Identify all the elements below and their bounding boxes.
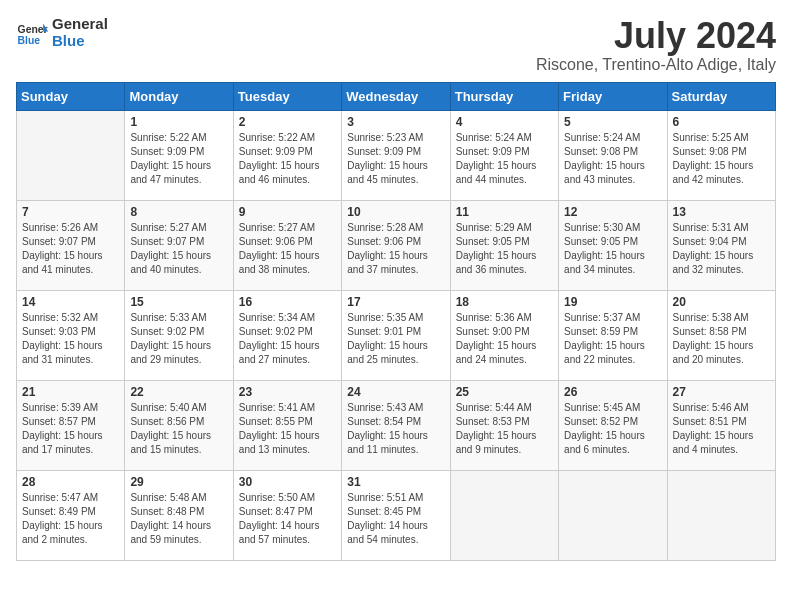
day-number: 13: [673, 205, 770, 219]
weekday-header-tuesday: Tuesday: [233, 82, 341, 110]
day-info: Sunrise: 5:22 AMSunset: 9:09 PMDaylight:…: [239, 131, 336, 187]
day-number: 7: [22, 205, 119, 219]
calendar-cell: 31Sunrise: 5:51 AMSunset: 8:45 PMDayligh…: [342, 470, 450, 560]
calendar-cell: 18Sunrise: 5:36 AMSunset: 9:00 PMDayligh…: [450, 290, 558, 380]
calendar-cell: [450, 470, 558, 560]
day-info: Sunrise: 5:27 AMSunset: 9:06 PMDaylight:…: [239, 221, 336, 277]
calendar-table: SundayMondayTuesdayWednesdayThursdayFrid…: [16, 82, 776, 561]
day-info: Sunrise: 5:32 AMSunset: 9:03 PMDaylight:…: [22, 311, 119, 367]
calendar-cell: 17Sunrise: 5:35 AMSunset: 9:01 PMDayligh…: [342, 290, 450, 380]
day-number: 6: [673, 115, 770, 129]
calendar-cell: 22Sunrise: 5:40 AMSunset: 8:56 PMDayligh…: [125, 380, 233, 470]
calendar-cell: 27Sunrise: 5:46 AMSunset: 8:51 PMDayligh…: [667, 380, 775, 470]
page-header: General Blue General Blue July 2024 Risc…: [16, 16, 776, 74]
calendar-cell: 16Sunrise: 5:34 AMSunset: 9:02 PMDayligh…: [233, 290, 341, 380]
day-info: Sunrise: 5:45 AMSunset: 8:52 PMDaylight:…: [564, 401, 661, 457]
weekday-header-row: SundayMondayTuesdayWednesdayThursdayFrid…: [17, 82, 776, 110]
day-info: Sunrise: 5:24 AMSunset: 9:09 PMDaylight:…: [456, 131, 553, 187]
calendar-cell: 30Sunrise: 5:50 AMSunset: 8:47 PMDayligh…: [233, 470, 341, 560]
day-number: 5: [564, 115, 661, 129]
day-number: 17: [347, 295, 444, 309]
day-number: 25: [456, 385, 553, 399]
day-info: Sunrise: 5:39 AMSunset: 8:57 PMDaylight:…: [22, 401, 119, 457]
day-number: 18: [456, 295, 553, 309]
day-info: Sunrise: 5:30 AMSunset: 9:05 PMDaylight:…: [564, 221, 661, 277]
weekday-header-monday: Monday: [125, 82, 233, 110]
day-number: 22: [130, 385, 227, 399]
calendar-cell: [559, 470, 667, 560]
calendar-cell: 24Sunrise: 5:43 AMSunset: 8:54 PMDayligh…: [342, 380, 450, 470]
calendar-cell: [17, 110, 125, 200]
location-title: Riscone, Trentino-Alto Adige, Italy: [536, 56, 776, 74]
day-info: Sunrise: 5:41 AMSunset: 8:55 PMDaylight:…: [239, 401, 336, 457]
day-number: 19: [564, 295, 661, 309]
calendar-cell: 4Sunrise: 5:24 AMSunset: 9:09 PMDaylight…: [450, 110, 558, 200]
day-info: Sunrise: 5:28 AMSunset: 9:06 PMDaylight:…: [347, 221, 444, 277]
weekday-header-saturday: Saturday: [667, 82, 775, 110]
day-info: Sunrise: 5:31 AMSunset: 9:04 PMDaylight:…: [673, 221, 770, 277]
calendar-cell: 23Sunrise: 5:41 AMSunset: 8:55 PMDayligh…: [233, 380, 341, 470]
day-number: 28: [22, 475, 119, 489]
logo-blue-text: Blue: [52, 33, 108, 50]
svg-text:Blue: Blue: [18, 35, 41, 46]
day-info: Sunrise: 5:23 AMSunset: 9:09 PMDaylight:…: [347, 131, 444, 187]
weekday-header-sunday: Sunday: [17, 82, 125, 110]
day-info: Sunrise: 5:27 AMSunset: 9:07 PMDaylight:…: [130, 221, 227, 277]
calendar-cell: 9Sunrise: 5:27 AMSunset: 9:06 PMDaylight…: [233, 200, 341, 290]
day-info: Sunrise: 5:35 AMSunset: 9:01 PMDaylight:…: [347, 311, 444, 367]
day-number: 4: [456, 115, 553, 129]
calendar-cell: 29Sunrise: 5:48 AMSunset: 8:48 PMDayligh…: [125, 470, 233, 560]
day-info: Sunrise: 5:26 AMSunset: 9:07 PMDaylight:…: [22, 221, 119, 277]
day-info: Sunrise: 5:36 AMSunset: 9:00 PMDaylight:…: [456, 311, 553, 367]
day-info: Sunrise: 5:51 AMSunset: 8:45 PMDaylight:…: [347, 491, 444, 547]
day-number: 27: [673, 385, 770, 399]
day-info: Sunrise: 5:24 AMSunset: 9:08 PMDaylight:…: [564, 131, 661, 187]
weekday-header-thursday: Thursday: [450, 82, 558, 110]
week-row-2: 7Sunrise: 5:26 AMSunset: 9:07 PMDaylight…: [17, 200, 776, 290]
logo: General Blue General Blue: [16, 16, 108, 49]
day-info: Sunrise: 5:33 AMSunset: 9:02 PMDaylight:…: [130, 311, 227, 367]
calendar-cell: 26Sunrise: 5:45 AMSunset: 8:52 PMDayligh…: [559, 380, 667, 470]
weekday-header-wednesday: Wednesday: [342, 82, 450, 110]
day-info: Sunrise: 5:43 AMSunset: 8:54 PMDaylight:…: [347, 401, 444, 457]
calendar-cell: 25Sunrise: 5:44 AMSunset: 8:53 PMDayligh…: [450, 380, 558, 470]
calendar-cell: 8Sunrise: 5:27 AMSunset: 9:07 PMDaylight…: [125, 200, 233, 290]
day-info: Sunrise: 5:40 AMSunset: 8:56 PMDaylight:…: [130, 401, 227, 457]
day-number: 2: [239, 115, 336, 129]
calendar-cell: 10Sunrise: 5:28 AMSunset: 9:06 PMDayligh…: [342, 200, 450, 290]
calendar-cell: [667, 470, 775, 560]
day-info: Sunrise: 5:25 AMSunset: 9:08 PMDaylight:…: [673, 131, 770, 187]
day-info: Sunrise: 5:46 AMSunset: 8:51 PMDaylight:…: [673, 401, 770, 457]
calendar-cell: 11Sunrise: 5:29 AMSunset: 9:05 PMDayligh…: [450, 200, 558, 290]
calendar-cell: 13Sunrise: 5:31 AMSunset: 9:04 PMDayligh…: [667, 200, 775, 290]
day-number: 24: [347, 385, 444, 399]
day-number: 29: [130, 475, 227, 489]
calendar-cell: 1Sunrise: 5:22 AMSunset: 9:09 PMDaylight…: [125, 110, 233, 200]
day-info: Sunrise: 5:34 AMSunset: 9:02 PMDaylight:…: [239, 311, 336, 367]
calendar-cell: 5Sunrise: 5:24 AMSunset: 9:08 PMDaylight…: [559, 110, 667, 200]
day-number: 30: [239, 475, 336, 489]
day-number: 3: [347, 115, 444, 129]
week-row-1: 1Sunrise: 5:22 AMSunset: 9:09 PMDaylight…: [17, 110, 776, 200]
calendar-cell: 21Sunrise: 5:39 AMSunset: 8:57 PMDayligh…: [17, 380, 125, 470]
day-info: Sunrise: 5:48 AMSunset: 8:48 PMDaylight:…: [130, 491, 227, 547]
day-number: 26: [564, 385, 661, 399]
title-block: July 2024 Riscone, Trentino-Alto Adige, …: [536, 16, 776, 74]
day-info: Sunrise: 5:22 AMSunset: 9:09 PMDaylight:…: [130, 131, 227, 187]
day-number: 16: [239, 295, 336, 309]
month-title: July 2024: [536, 16, 776, 56]
calendar-cell: 19Sunrise: 5:37 AMSunset: 8:59 PMDayligh…: [559, 290, 667, 380]
day-number: 12: [564, 205, 661, 219]
day-number: 14: [22, 295, 119, 309]
week-row-5: 28Sunrise: 5:47 AMSunset: 8:49 PMDayligh…: [17, 470, 776, 560]
calendar-cell: 6Sunrise: 5:25 AMSunset: 9:08 PMDaylight…: [667, 110, 775, 200]
day-number: 23: [239, 385, 336, 399]
day-number: 9: [239, 205, 336, 219]
day-number: 21: [22, 385, 119, 399]
day-number: 31: [347, 475, 444, 489]
day-info: Sunrise: 5:44 AMSunset: 8:53 PMDaylight:…: [456, 401, 553, 457]
weekday-header-friday: Friday: [559, 82, 667, 110]
calendar-cell: 14Sunrise: 5:32 AMSunset: 9:03 PMDayligh…: [17, 290, 125, 380]
calendar-cell: 3Sunrise: 5:23 AMSunset: 9:09 PMDaylight…: [342, 110, 450, 200]
day-info: Sunrise: 5:29 AMSunset: 9:05 PMDaylight:…: [456, 221, 553, 277]
